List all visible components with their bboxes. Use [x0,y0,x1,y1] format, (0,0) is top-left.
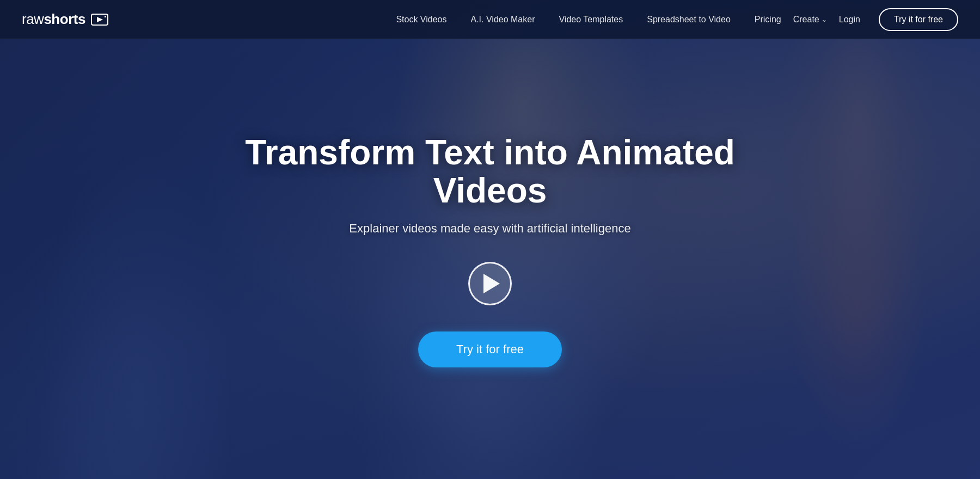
nav-link-create[interactable]: Create ⌄ [793,5,827,34]
hero-title: Transform Text into Animated Videos [245,133,735,210]
nav-item-stock-videos[interactable]: Stock Videos [384,15,458,24]
nav-item-video-templates[interactable]: Video Templates [547,15,635,24]
nav-link-login[interactable]: Login [827,15,872,24]
nav-links: Stock Videos A.I. Video Maker Video Temp… [384,5,872,34]
svg-rect-2 [105,16,106,17]
chevron-down-icon: ⌄ [822,16,827,23]
brand-name: rawshorts [22,11,85,28]
nav-link-stock-videos[interactable]: Stock Videos [384,15,458,24]
nav-item-pricing[interactable]: Pricing [743,15,793,24]
nav-item-create[interactable]: Create ⌄ [793,5,827,34]
hero-section: Transform Text into Animated Videos Expl… [0,0,980,479]
hero-content: Transform Text into Animated Videos Expl… [0,0,980,479]
nav-item-login[interactable]: Login [827,15,872,24]
nav-link-video-templates[interactable]: Video Templates [547,15,635,24]
logo[interactable]: rawshorts [22,11,108,28]
hero-subtitle: Explainer videos made easy with artifici… [349,222,630,236]
nav-link-pricing[interactable]: Pricing [743,15,793,24]
nav-link-ai-video-maker[interactable]: A.I. Video Maker [459,15,547,24]
nav-item-ai-video-maker[interactable]: A.I. Video Maker [459,15,547,24]
nav-try-free-button[interactable]: Try it for free [879,8,958,31]
nav-link-spreadsheet-to-video[interactable]: Spreadsheet to Video [635,15,743,24]
nav-item-spreadsheet-to-video[interactable]: Spreadsheet to Video [635,15,743,24]
play-video-button[interactable] [468,262,512,305]
navbar: rawshorts Stock Videos A.I. Video Maker … [0,0,980,39]
logo-icon [91,14,108,26]
svg-marker-1 [97,17,103,22]
hero-try-free-button[interactable]: Try it for free [418,331,562,367]
play-icon [483,274,500,293]
